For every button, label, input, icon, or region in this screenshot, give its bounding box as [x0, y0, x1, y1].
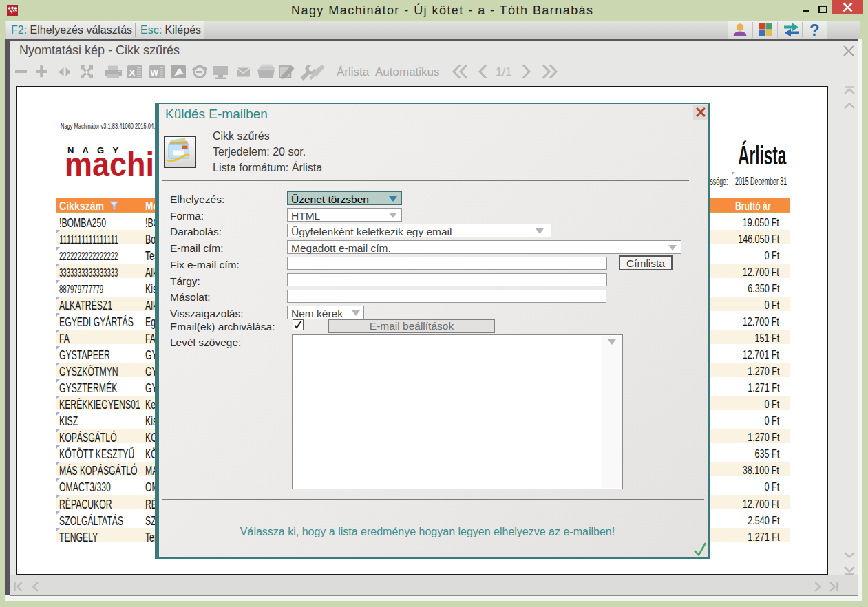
svg-text:W: W: [151, 68, 159, 78]
svg-text:X: X: [129, 67, 136, 78]
svg-text:?: ?: [809, 21, 820, 39]
